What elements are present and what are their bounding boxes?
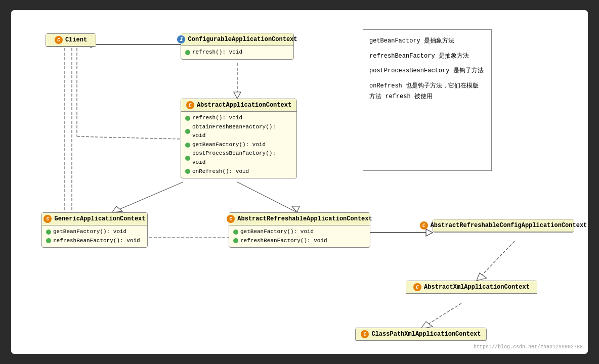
cpxac-type-icon: C <box>361 330 369 338</box>
arrows-layer <box>11 10 588 354</box>
svg-line-18 <box>421 303 461 329</box>
axac-title: AbstractXmlApplicationContext <box>424 284 530 291</box>
diagram-container: C Client I ConfigurableApplicationContex… <box>11 10 588 354</box>
ara-title: AbstractRefreshableApplicationContext <box>237 215 372 222</box>
aac-type-icon: C <box>186 101 194 109</box>
client-type-icon: C <box>55 36 63 44</box>
generic-methods: getBeanFactory(): void refreshBeanFactor… <box>42 225 147 247</box>
dot-icon <box>46 238 51 243</box>
configurable-box: I ConfigurableApplicationContext refresh… <box>181 33 294 60</box>
ara-methods: getBeanFactory(): void refreshBeanFactor… <box>229 225 370 247</box>
configurable-methods: refresh(): void <box>181 46 293 59</box>
aac-method-3: getBeanFactory(): void <box>185 141 292 150</box>
abstract-refreshable-header: C AbstractRefreshableApplicationContext <box>229 213 370 225</box>
note-line-4: onRefresh 也是钩子方法，它们在模版方法 refresh 被使用 <box>369 81 485 103</box>
watermark: https://blog.csdn.net/zhao1299002788 <box>474 344 583 350</box>
ara-type-icon: C <box>227 215 235 223</box>
generic-box: C GenericApplicationContext getBeanFacto… <box>41 212 148 248</box>
ara-method-1: getBeanFactory(): void <box>233 228 366 237</box>
aac-method-1: refresh(): void <box>185 114 292 123</box>
axac-type-icon: C <box>413 283 421 291</box>
cpxac-title: ClassPathXmlApplicationContext <box>371 331 481 338</box>
client-title: Client <box>65 36 87 43</box>
dot-icon <box>185 169 190 174</box>
note-line-2: refreshBeanFactory 是抽象方法 <box>369 51 485 62</box>
dot-icon <box>185 156 190 161</box>
aac-method-2: obtainFreshBeanFactory(): void <box>185 123 292 141</box>
dot-icon <box>185 143 190 148</box>
configurable-title: ConfigurableApplicationContext <box>188 36 297 43</box>
dot-icon <box>46 230 51 235</box>
configurable-type-icon: I <box>177 35 185 43</box>
note-line-3: postProcessBeanFactory 是钩子方法 <box>369 66 485 77</box>
dot-icon <box>233 238 238 243</box>
ara-method-2: refreshBeanFactory(): void <box>233 237 366 246</box>
client-box: C Client <box>46 33 96 47</box>
dot-icon <box>233 230 238 235</box>
generic-type-icon: C <box>44 215 52 223</box>
aac-title: AbstractApplicationContext <box>197 102 291 109</box>
svg-line-12 <box>237 182 297 212</box>
aac-methods: refresh(): void obtainFreshBeanFactory()… <box>181 112 296 178</box>
dot-icon <box>185 129 190 134</box>
svg-line-3 <box>77 136 181 139</box>
configurable-header: I ConfigurableApplicationContext <box>181 33 293 46</box>
abstract-refreshable-config-box: C AbstractRefreshableConfigApplicationCo… <box>433 219 574 233</box>
svg-marker-9 <box>234 92 241 99</box>
svg-marker-17 <box>477 273 487 281</box>
generic-title: GenericApplicationContext <box>54 215 145 222</box>
abstract-app-header: C AbstractApplicationContext <box>181 99 296 112</box>
generic-method-2: refreshBeanFactory(): void <box>46 237 143 246</box>
svg-line-10 <box>112 182 183 212</box>
svg-marker-11 <box>112 206 122 212</box>
note-line-1: getBeanFactory 是抽象方法 <box>369 36 485 47</box>
svg-line-16 <box>477 241 515 281</box>
method-refresh-configurable: refresh(): void <box>185 48 289 57</box>
cpxac-header: C ClassPathXmlApplicationContext <box>356 328 486 341</box>
svg-marker-15 <box>426 229 433 236</box>
svg-marker-13 <box>292 206 300 212</box>
abstract-refreshable-box: C AbstractRefreshableApplicationContext … <box>229 212 370 248</box>
classpathxml-box: C ClassPathXmlApplicationContext <box>355 328 487 341</box>
generic-method-1: getBeanFactory(): void <box>46 228 143 237</box>
generic-header: C GenericApplicationContext <box>42 213 147 225</box>
abstract-xml-box: C AbstractXmlApplicationContext <box>406 281 537 294</box>
aac-method-4: postProcessBeanFactory(): void <box>185 149 292 167</box>
arc-type-icon: C <box>420 221 428 230</box>
client-header: C Client <box>46 34 96 47</box>
dot-icon <box>185 50 190 55</box>
axac-header: C AbstractXmlApplicationContext <box>406 281 537 294</box>
aac-method-5: onRefresh(): void <box>185 167 292 176</box>
abstract-app-context-box: C AbstractApplicationContext refresh(): … <box>181 99 297 178</box>
note-box: getBeanFactory 是抽象方法 refreshBeanFactory … <box>363 29 492 171</box>
arc-title: AbstractRefreshableConfigApplicationCont… <box>431 222 587 229</box>
arc-header: C AbstractRefreshableConfigApplicationCo… <box>433 219 574 232</box>
dot-icon <box>185 116 190 121</box>
